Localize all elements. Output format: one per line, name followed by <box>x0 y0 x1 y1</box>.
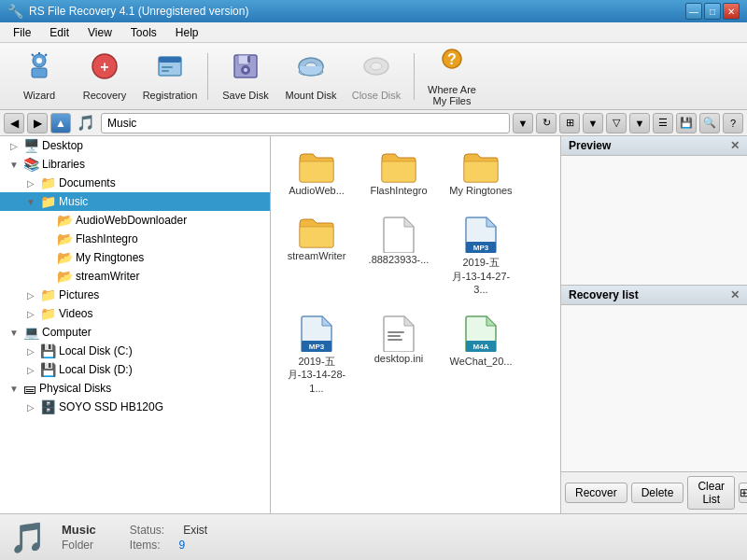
menu-file[interactable]: File <box>4 24 40 41</box>
menu-edit[interactable]: Edit <box>40 24 78 41</box>
menu-tools[interactable]: Tools <box>121 24 166 41</box>
recovery-list-title: Recovery list <box>569 288 639 301</box>
file-item-streamwriter[interactable]: streamWriter <box>280 211 353 301</box>
tree-item-pictures[interactable]: ▷ 📁 Pictures <box>0 286 270 304</box>
close-disk-button[interactable]: Close Disk <box>345 47 408 106</box>
up-button[interactable]: ▲ <box>50 113 71 133</box>
file-item-2019may2[interactable]: MP3 2019-五月-13-14-28-1... <box>280 310 353 399</box>
svg-point-21 <box>371 63 382 70</box>
svg-line-5 <box>32 54 34 56</box>
folder-icon-flashintegro <box>380 150 417 184</box>
preview-close-button[interactable]: ✕ <box>730 139 740 152</box>
tree-item-flashintegro[interactable]: 📂 FlashIntegro <box>0 230 270 248</box>
menu-view[interactable]: View <box>78 24 121 41</box>
tree-item-documents[interactable]: ▷ 📁 Documents <box>0 174 270 192</box>
filter-button[interactable]: ▽ <box>606 113 627 133</box>
audiowebdownloader-file-label: AudioWeb... <box>289 184 345 197</box>
close-disk-label: Close Disk <box>352 90 402 101</box>
file-item-wechat[interactable]: M4A WeChat_20... <box>444 310 517 399</box>
videos-icon: 📁 <box>40 306 56 321</box>
close-button[interactable]: ✕ <box>723 3 740 20</box>
expand-flashintegro <box>41 232 54 245</box>
back-button[interactable]: ◀ <box>4 113 24 133</box>
flashintegro-file-label: FlashIntegro <box>370 184 427 197</box>
where-files-button[interactable]: ? Where Are My Files <box>420 47 484 106</box>
file-item-myringtones[interactable]: My Ringtones <box>444 146 517 202</box>
status-type-label: Folder <box>62 539 93 552</box>
file-item-dot88[interactable]: .88823933-... <box>362 211 435 301</box>
tree-item-myringtones[interactable]: 📂 My Ringtones <box>0 248 270 267</box>
file-item-flashintegro[interactable]: FlashIntegro <box>362 146 435 202</box>
help-button[interactable]: ? <box>723 113 743 133</box>
local-c-icon: 💾 <box>40 343 56 358</box>
music-icon: 📁 <box>40 194 56 209</box>
search-button[interactable]: 🔍 <box>699 113 720 133</box>
filter-dropdown[interactable]: ▼ <box>629 113 650 133</box>
tree-item-desktop[interactable]: ▷ 🖥️ Desktop <box>0 136 270 155</box>
tree-item-videos[interactable]: ▷ 📁 Videos <box>0 304 270 323</box>
preview-panel: Preview ✕ <box>561 136 747 285</box>
view-toggle-2[interactable]: ▼ <box>583 113 603 133</box>
audiowebdownloader-icon: 📂 <box>57 213 73 228</box>
physical-disks-label: Physical Disks <box>39 382 111 395</box>
status-status-value: Exist <box>183 524 207 537</box>
computer-icon: 💻 <box>23 325 39 340</box>
titlebar: 🔧 RS File Recovery 4.1 (Unregistered ver… <box>0 0 747 22</box>
clear-list-button[interactable]: Clear List <box>687 476 735 510</box>
recover-button[interactable]: Recover <box>565 483 627 503</box>
wizard-button[interactable]: Wizard <box>7 47 71 106</box>
recovery-label: Recovery <box>83 90 126 101</box>
tree-item-physical-disks[interactable]: ▼ 🖴 Physical Disks <box>0 379 270 398</box>
tree-item-computer[interactable]: ▼ 💻 Computer <box>0 323 270 342</box>
tree-item-streamwriter[interactable]: 📂 streamWriter <box>0 267 270 286</box>
view-list[interactable]: ☰ <box>653 113 673 133</box>
tree-item-local-d[interactable]: ▷ 💾 Local Disk (D:) <box>0 360 270 379</box>
local-d-icon: 💾 <box>40 362 56 377</box>
forward-button[interactable]: ▶ <box>27 113 48 133</box>
tree-item-local-c[interactable]: ▷ 💾 Local Disk (C:) <box>0 342 270 360</box>
recovery-options-button[interactable]: ⊞ <box>739 483 747 503</box>
where-files-icon: ? <box>437 46 467 82</box>
svg-point-15 <box>244 68 247 72</box>
tree-item-libraries[interactable]: ▼ 📚 Libraries <box>0 155 270 174</box>
save-view[interactable]: 💾 <box>676 113 697 133</box>
view-toggle-1[interactable]: ⊞ <box>559 113 580 133</box>
registration-icon <box>155 51 185 88</box>
file-panel: AudioWeb... FlashIntegro My Ringtones st… <box>271 136 560 513</box>
separator-2 <box>414 53 415 100</box>
svg-text:?: ? <box>447 51 457 67</box>
svg-rect-9 <box>159 57 181 63</box>
address-dropdown[interactable]: ▼ <box>513 113 533 133</box>
refresh-button[interactable]: ↻ <box>536 113 557 133</box>
file-item-desktopini[interactable]: desktop.ini <box>362 310 435 399</box>
recovery-header: Recovery list ✕ <box>561 286 747 305</box>
expand-documents: ▷ <box>24 176 37 189</box>
delete-button[interactable]: Delete <box>631 483 684 503</box>
mount-disk-button[interactable]: Mount Disk <box>279 47 343 106</box>
recovery-list-close-button[interactable]: ✕ <box>730 288 740 301</box>
file-item-2019may1[interactable]: MP3 2019-五月-13-14-27-3... <box>444 211 517 301</box>
menubar: File Edit View Tools Help <box>0 22 747 43</box>
registration-button[interactable]: Registration <box>138 47 202 106</box>
menu-help[interactable]: Help <box>166 24 208 41</box>
desktop-folder-icon: 🖥️ <box>23 138 39 153</box>
file-item-audiowebdownloader[interactable]: AudioWeb... <box>280 146 353 202</box>
desktop-label: Desktop <box>42 139 83 152</box>
soyo-ssd-label: SOYO SSD HB120G <box>59 400 163 413</box>
expand-computer: ▼ <box>7 326 21 339</box>
minimize-button[interactable]: — <box>685 3 702 20</box>
mount-disk-icon <box>296 51 326 88</box>
tree-item-soyo-ssd[interactable]: ▷ 🗄️ SOYO SSD HB120G <box>0 398 270 416</box>
maximize-button[interactable]: □ <box>704 3 721 20</box>
save-disk-button[interactable]: Save Disk <box>214 47 277 106</box>
window-title: RS File Recovery 4.1 (Unregistered versi… <box>29 5 685 18</box>
tree-item-music[interactable]: ▼ 📁 Music <box>0 192 270 211</box>
expand-pictures: ▷ <box>24 288 37 301</box>
status-line-2: Folder <box>62 539 96 552</box>
recovery-button[interactable]: + Recovery <box>73 47 136 106</box>
videos-label: Videos <box>59 307 92 320</box>
streamwriter-file-label: streamWriter <box>288 249 346 262</box>
expand-desktop: ▷ <box>7 139 21 152</box>
address-input[interactable] <box>101 113 510 133</box>
tree-item-audiowebdownloader[interactable]: 📂 AudioWebDownloader <box>0 211 270 230</box>
